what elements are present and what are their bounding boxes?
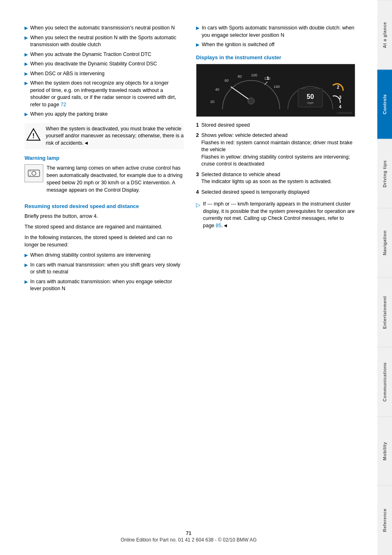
svg-text:20: 20	[210, 100, 214, 104]
warning-lamp-heading: Warning lamp	[24, 155, 184, 161]
svg-point-3	[32, 171, 36, 175]
svg-rect-7	[198, 64, 353, 117]
list-item: ▶ When the system does not recognize any…	[24, 80, 184, 108]
list-item: ▶ When you deactivate the Dynamic Stabil…	[24, 60, 184, 68]
page-number: 71	[0, 530, 377, 536]
right-column: ▶ In cars with Sports automatic transmis…	[196, 25, 355, 530]
bullet-arrow-icon: ▶	[24, 279, 28, 285]
bullet-arrow-icon: ▶	[24, 111, 28, 117]
note-arrow-icon: ▷	[196, 201, 200, 209]
sidebar-tab-navigation[interactable]: Navigation	[377, 208, 392, 278]
list-item: ▶ In cars with manual transmission: when…	[24, 262, 184, 276]
svg-text:1: 1	[267, 76, 269, 81]
resume-bullet-list: ▶ When driving stability control systems…	[24, 252, 184, 293]
item2-line2: Flashes in red: system cannot maintain d…	[201, 139, 355, 154]
numbered-item-2: 2 Shows yellow: vehicle detected ahead F…	[196, 132, 355, 168]
bullet-arrow-icon: ▶	[24, 35, 28, 41]
list-item: ▶ When the ignition is switched off	[196, 41, 355, 49]
displays-heading: Displays in the instrument cluster	[196, 54, 355, 60]
sidebar-tab-at-a-glance[interactable]: At a glance	[377, 0, 392, 69]
bullet-arrow-icon: ▶	[24, 262, 28, 268]
svg-text:4: 4	[339, 104, 342, 109]
left-column: ▶ When you select the automatic transmis…	[24, 25, 184, 530]
list-item: ▶ When you apply the parking brake	[24, 111, 184, 118]
right-bullet-list-top: ▶ In cars with Sports automatic transmis…	[196, 25, 355, 49]
resume-heading: Resuming stored desired speed and distan…	[24, 203, 184, 209]
numbered-item-1: 1 Stored desired speed	[196, 122, 355, 129]
bullet-arrow-icon: ▶	[24, 51, 28, 58]
bullet-arrow-icon: ▶	[196, 25, 199, 31]
item3-line2: The indicator lights up as soon as the s…	[201, 178, 332, 186]
bullet-arrow-icon: ▶	[196, 42, 199, 48]
sidebar-tab-mobility[interactable]: Mobility	[377, 416, 392, 486]
numbered-item-4: 4 Selected desired speed is temporarily …	[196, 189, 355, 196]
numbered-list: 1 Stored desired speed 2 Shows yellow: v…	[196, 122, 355, 196]
svg-point-16	[248, 98, 254, 104]
list-item: ▶ When you activate the Dynamic Traction…	[24, 51, 184, 58]
warning-lamp-text: The warning lamp comes on when active cr…	[47, 164, 184, 194]
list-item: ▶ When you select the neutral position N…	[24, 34, 184, 49]
svg-text:60: 60	[225, 78, 229, 83]
svg-text:140: 140	[274, 85, 280, 89]
note-box: ▷ If --- mph or --- km/h temporarily app…	[196, 201, 355, 229]
resume-para1: Briefly press the button, arrow 4.	[24, 213, 184, 220]
bullet-arrow-icon: ▶	[24, 71, 28, 77]
note-text: If --- mph or --- km/h temporarily appea…	[203, 201, 355, 229]
resume-para2: The stored speed and distance are regain…	[24, 223, 184, 231]
footer-text: Online Edition for Part no. 01 41 2 604 …	[0, 537, 377, 543]
page-link[interactable]: 72	[60, 102, 66, 107]
svg-text:80: 80	[238, 74, 242, 78]
warning-lamp-box: The warning lamp comes on when active cr…	[24, 164, 184, 197]
page-footer: 71 Online Edition for Part no. 01 41 2 6…	[0, 530, 377, 543]
sidebar-tab-reference[interactable]: Reference	[377, 486, 392, 555]
svg-text:2: 2	[337, 85, 339, 90]
bullet-arrow-icon: ▶	[24, 80, 28, 86]
cruise-control-lamp-icon	[24, 164, 43, 182]
list-item: ▶ When DSC or ABS is intervening	[24, 70, 184, 78]
page-container: ▶ When you select the automatic transmis…	[0, 0, 392, 555]
left-bullet-list: ▶ When you select the automatic transmis…	[24, 25, 184, 118]
item2-line1: Shows yellow: vehicle detected ahead	[201, 132, 355, 139]
resume-para3: In the following instances, the stored s…	[24, 234, 184, 248]
list-item: ▶ In cars with automatic transmission: w…	[24, 278, 184, 293]
main-content: ▶ When you select the automatic transmis…	[0, 0, 377, 555]
svg-text:40: 40	[215, 87, 219, 92]
warning-box: ! When the system is deactivated, you mu…	[24, 123, 184, 150]
svg-text:mph: mph	[307, 101, 314, 105]
svg-text:50: 50	[307, 93, 314, 100]
numbered-item-3: 3 Selected distance to vehicle ahead The…	[196, 171, 355, 186]
list-item: ▶ When you select the automatic transmis…	[24, 25, 184, 32]
svg-text:!: !	[32, 132, 34, 139]
svg-text:100: 100	[251, 73, 257, 77]
warning-text: When the system is deactivated, you must…	[46, 125, 184, 147]
bullet-arrow-icon: ▶	[24, 25, 28, 31]
page-link-85[interactable]: 85	[216, 223, 221, 228]
sidebar-tab-entertainment[interactable]: Entertainment	[377, 278, 392, 347]
bullet-arrow-icon: ▶	[24, 252, 28, 258]
bullet-arrow-icon: ▶	[24, 61, 28, 67]
warning-triangle-icon: !	[24, 125, 42, 143]
instrument-cluster-image: 20 40 60 80 100 120 140	[196, 64, 355, 117]
item3-line1: Selected distance to vehicle ahead	[201, 171, 332, 179]
list-item: ▶ When driving stability control systems…	[24, 252, 184, 259]
item2-line3: Flashes in yellow: driving stability con…	[201, 154, 355, 168]
sidebar-tab-communications[interactable]: Communications	[377, 347, 392, 416]
sidebar-tab-controls[interactable]: Controls	[377, 69, 392, 139]
svg-text:CD6001004: CD6001004	[337, 112, 352, 114]
list-item: ▶ In cars with Sports automatic transmis…	[196, 25, 355, 39]
sidebar: At a glance Controls Driving tips Naviga…	[377, 0, 392, 555]
sidebar-tab-driving-tips[interactable]: Driving tips	[377, 139, 392, 208]
